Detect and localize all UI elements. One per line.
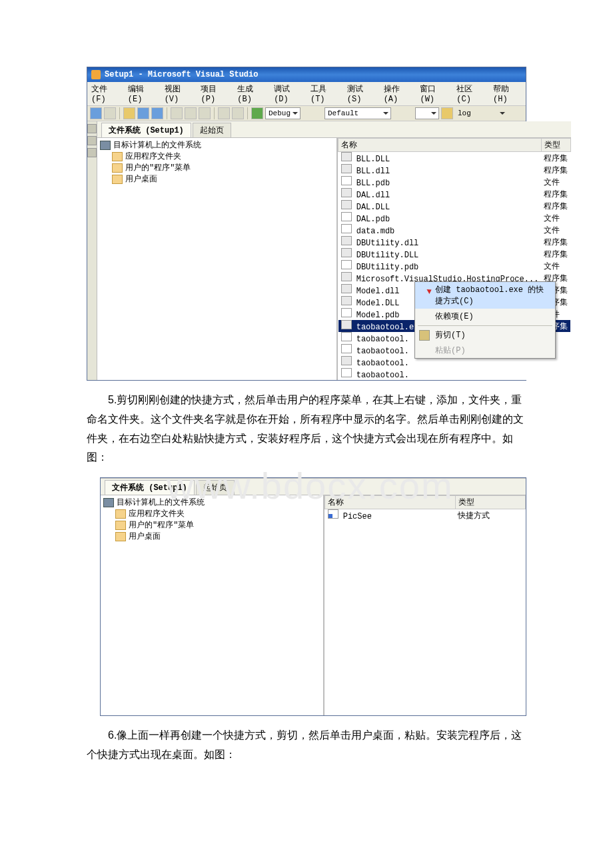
list-item[interactable]: DBUtility.DLL程序集 [338,248,571,260]
cut-icon[interactable] [171,107,183,119]
log-combo[interactable]: log [455,108,507,119]
menu-edit[interactable]: 编辑(E) [128,83,157,104]
paste-icon[interactable] [199,107,211,119]
file-icon [341,368,352,377]
assembly-icon [341,236,352,245]
side-toolbox[interactable] [87,121,97,380]
menu-test[interactable]: 测试(S) [347,83,376,104]
list-item[interactable]: DAL.DLL程序集 [338,200,571,212]
col-type[interactable]: 类型 [541,139,570,152]
toolbar-btn[interactable] [104,107,116,119]
assembly-icon [341,356,352,365]
tree-programs-menu[interactable]: 用户的"程序"菜单 [99,162,335,173]
menubar[interactable]: 文件(F) 编辑(E) 视图(V) 项目(P) 生成(B) 调试(D) 工具(T… [87,82,526,105]
col-type[interactable]: 类型 [455,496,525,509]
file-type: 程序集 [541,248,570,260]
list-item[interactable]: DBUtility.dll程序集 [338,236,571,248]
tab-filesystem[interactable]: 文件系统 (Setup1) [101,123,191,137]
menu-view[interactable]: 视图(V) [165,83,193,104]
tree-label: 目标计算机上的文件系统 [113,139,201,151]
save-all-icon[interactable] [151,107,163,119]
toolbar[interactable]: Debug Default log [87,105,526,121]
file-name: Model.dll [356,287,400,296]
ctx-dependencies[interactable]: 依赖项(E) [415,309,555,324]
assembly-icon [341,200,352,209]
file-name: taobaotool.exe [356,323,424,332]
list-item[interactable]: taobaotool. [338,368,571,380]
list-item[interactable]: PicSee 快捷方式 [325,509,526,522]
menu-community[interactable]: 社区(C) [456,83,485,104]
list-item[interactable]: DBUtility.pdb文件 [338,260,571,272]
tree-label: 用户桌面 [129,531,161,542]
menu-action[interactable]: 操作(A) [384,83,412,104]
menu-tools[interactable]: 工具(T) [310,83,339,104]
ctx-create-shortcut[interactable]: 创建 taobaotool.exe 的快捷方式(C) [415,282,555,309]
tab-startpage[interactable]: 起始页 [193,123,231,137]
toolbar-btn[interactable] [90,107,102,119]
file-name: DBUtility.pdb [356,263,419,272]
list-item[interactable]: DAL.pdb文件 [338,212,571,224]
ctx-cut[interactable]: 剪切(T) [415,327,555,343]
menu-project[interactable]: 项目(P) [201,83,229,104]
list-item[interactable]: DAL.dll程序集 [338,188,571,200]
assembly-icon [341,152,352,161]
file-type: 文件 [541,224,570,236]
redo-icon[interactable] [232,107,244,119]
folder-icon [112,163,123,173]
cut-icon [419,330,430,341]
fs-tree[interactable]: 目标计算机上的文件系统 应用程序文件夹 用户的"程序"菜单 [101,495,324,715]
tree-app-folder[interactable]: 应用程序文件夹 [99,151,335,162]
file-name: data.mdb [356,227,395,236]
file-name: taobaotool. [356,359,409,368]
doc-tabs[interactable]: 文件系统 (Setup1) 起始页 [101,478,526,495]
toolbox-icon[interactable] [87,148,97,157]
doc-tabs[interactable]: 文件系统 (Setup1) 起始页 [97,121,571,138]
file-icon [341,344,352,353]
list-item[interactable]: BLL.dll程序集 [338,164,571,176]
open-icon[interactable] [123,107,135,119]
folder-icon [115,532,126,541]
titlebar[interactable]: Setup1 - Microsoft Visual Studio [87,67,526,82]
menu-build[interactable]: 生成(B) [237,83,266,104]
find-combo[interactable] [415,107,439,119]
menu-window[interactable]: 窗口(W) [420,83,448,104]
find-icon[interactable] [441,107,453,119]
ctx-label: 创建 taobaotool.exe 的快捷方式(C) [435,284,550,307]
menu-debug[interactable]: 调试(D) [274,83,303,104]
list-item[interactable]: BLL.pdb文件 [338,176,571,188]
file-type: 程序集 [541,152,570,165]
tree-root[interactable]: 目标计算机上的文件系统 [99,139,335,151]
list-item[interactable]: BLL.DLL程序集 [338,152,571,165]
toolbox-icon[interactable] [87,136,97,145]
tree-label: 应用程序文件夹 [129,508,185,519]
tree-user-desktop[interactable]: 用户桌面 [99,173,335,185]
tree-label: 目标计算机上的文件系统 [117,497,205,508]
config-combo[interactable]: Debug [265,107,301,119]
col-name[interactable]: 名称 [325,496,456,509]
fs-tree[interactable]: 目标计算机上的文件系统 应用程序文件夹 用户的"程序"菜单 [97,138,338,380]
assembly-icon [341,284,352,293]
col-name[interactable]: 名称 [338,139,542,152]
fs-list[interactable]: 名称 类型 PicSee 快捷方式 [324,495,526,715]
list-item[interactable]: data.mdb文件 [338,224,571,236]
context-menu[interactable]: 创建 taobaotool.exe 的快捷方式(C) 依赖项(E) 剪切(T) [414,281,556,359]
fs-list[interactable]: 名称 类型 BLL.DLL程序集 BLL.dll程序集 BLL.pdb文件 DA… [338,138,571,380]
tree-root[interactable]: 目标计算机上的文件系统 [102,497,322,508]
platform-combo[interactable]: Default [324,107,391,119]
ctx-label: 粘贴(P) [435,345,466,356]
tree-user-desktop[interactable]: 用户桌面 [102,531,322,542]
file-type: 程序集 [541,164,570,176]
tree-programs-menu[interactable]: 用户的"程序"菜单 [102,519,322,531]
ctx-label: 剪切(T) [435,329,466,341]
tab-startpage[interactable]: 起始页 [196,480,235,495]
play-icon[interactable] [251,107,263,119]
menu-file[interactable]: 文件(F) [91,83,120,104]
save-icon[interactable] [137,107,149,119]
undo-icon[interactable] [218,107,230,119]
file-name: Model.pdb [356,311,400,320]
menu-help[interactable]: 帮助(H) [493,83,522,104]
tree-app-folder[interactable]: 应用程序文件夹 [102,508,322,519]
tab-filesystem[interactable]: 文件系统 (Setup1) [105,480,195,495]
copy-icon[interactable] [185,107,197,119]
toolbox-icon[interactable] [87,124,97,133]
